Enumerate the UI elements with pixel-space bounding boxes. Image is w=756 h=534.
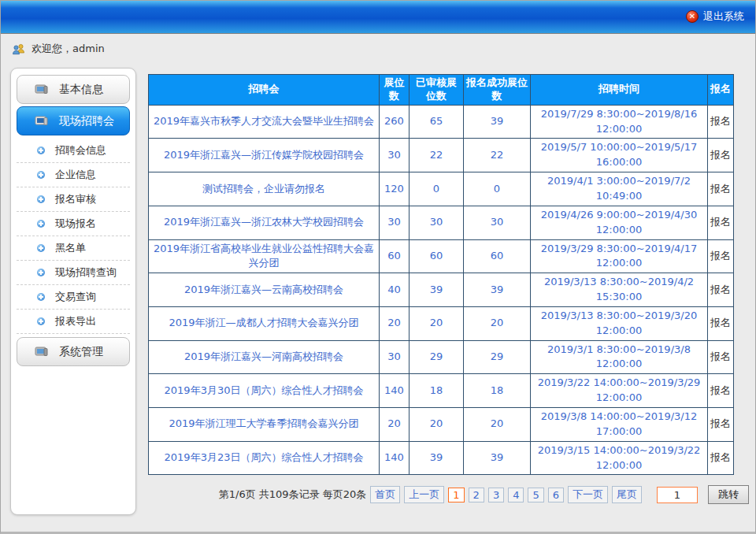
- welcome-bar: 欢迎您，admin: [12, 42, 105, 56]
- sidebar-item-signup-review[interactable]: 报名审核: [17, 187, 130, 212]
- next-page-button[interactable]: 下一页: [568, 486, 608, 503]
- fair-name-link[interactable]: 2019年3月30日（周六）综合性人才招聘会: [149, 374, 380, 408]
- sidebar-item-label: 报表导出: [55, 314, 96, 328]
- table-header-row: 招聘会 展位数 已审核展位数 报名成功展位数 招聘时间 报名: [149, 75, 734, 106]
- booth-count: 30: [380, 340, 410, 374]
- signup-link[interactable]: 报名: [708, 407, 734, 441]
- booth-count: 140: [380, 374, 410, 408]
- fair-time: 2019/3/15 14:00:00~2019/3/22 12:00:00: [531, 441, 708, 475]
- sidebar-group-onsite-fair[interactable]: 现场招聘会: [17, 106, 130, 135]
- fair-name-link[interactable]: 2019年浙江理工大学春季招聘会嘉兴分团: [149, 407, 380, 441]
- success-count: 30: [464, 206, 531, 239]
- sidebar-group-basic-info[interactable]: 基本信息: [17, 75, 130, 104]
- signup-link[interactable]: 报名: [708, 273, 734, 307]
- monitor-icon: [35, 84, 48, 95]
- success-count: 20: [464, 306, 531, 340]
- plus-bullet-icon: [37, 195, 45, 203]
- reviewed-count: 22: [410, 139, 464, 172]
- close-circle-icon: ✕: [686, 10, 699, 23]
- fair-name-link[interactable]: 2019年浙江省高校毕业生就业公益性招聘大会嘉兴分团: [149, 239, 380, 273]
- booth-count: 30: [380, 139, 410, 172]
- success-count: 0: [464, 172, 531, 206]
- table-row: 2019年浙江省高校毕业生就业公益性招聘大会嘉兴分团 60 60 60 2019…: [149, 239, 734, 273]
- signup-link[interactable]: 报名: [708, 306, 734, 340]
- booth-count: 120: [380, 172, 410, 206]
- plus-bullet-icon: [37, 317, 45, 325]
- reviewed-count: 60: [410, 239, 464, 273]
- success-count: 20: [464, 407, 531, 441]
- plus-bullet-icon: [37, 293, 45, 301]
- fair-name-link[interactable]: 2019年嘉兴市秋季人才交流大会暨毕业生招聘会: [149, 105, 380, 139]
- booth-count: 40: [380, 273, 410, 307]
- reviewed-count: 20: [410, 407, 464, 441]
- signup-link[interactable]: 报名: [708, 105, 734, 139]
- reviewed-count: 65: [410, 105, 464, 139]
- page-button-6[interactable]: 6: [548, 488, 564, 502]
- last-page-button[interactable]: 尾页: [612, 486, 642, 503]
- sidebar-item-report-export[interactable]: 报表导出: [17, 310, 130, 334]
- fair-time: 2019/3/29 8:30:00~2019/4/17 12:00:00: [531, 239, 708, 273]
- fair-name-link[interactable]: 2019年浙江嘉兴—浙江农林大学校园招聘会: [149, 206, 380, 239]
- fair-name-link[interactable]: 2019年浙江—成都人才招聘大会嘉兴分团: [149, 306, 380, 340]
- sidebar-item-label: 报名审核: [55, 192, 96, 206]
- fair-time: 2019/3/13 8:30:00~2019/3/20 12:00:00: [531, 306, 708, 340]
- monitor-icon: [35, 347, 48, 358]
- reviewed-count: 39: [410, 441, 464, 475]
- page-button-2[interactable]: 2: [469, 488, 484, 502]
- table-row: 2019年浙江—成都人才招聘大会嘉兴分团 20 20 20 2019/3/13 …: [149, 306, 734, 340]
- sidebar-item-label: 黑名单: [55, 241, 86, 255]
- sidebar-item-blacklist[interactable]: 黑名单: [17, 236, 130, 261]
- booth-count: 140: [380, 441, 410, 475]
- pagination-bar: 第1/6页 共109条记录 每页20条 首页 上一页 1 2 3 4 5 6 下…: [148, 485, 749, 504]
- sidebar-group-label: 基本信息: [59, 83, 103, 97]
- fair-name-link[interactable]: 2019年浙江嘉兴—云南高校招聘会: [149, 273, 380, 307]
- fair-name-link[interactable]: 测试招聘会，企业请勿报名: [149, 172, 380, 206]
- page-button-1[interactable]: 1: [448, 488, 464, 502]
- signup-link[interactable]: 报名: [708, 239, 734, 273]
- top-banner: ✕ 退出系统: [1, 1, 755, 34]
- table-row: 测试招聘会，企业请勿报名 120 0 0 2019/4/1 3:00:00~20…: [149, 172, 734, 206]
- first-page-button[interactable]: 首页: [370, 486, 400, 503]
- fair-time: 2019/3/1 8:30:00~2019/3/8 12:00:00: [531, 340, 708, 374]
- welcome-text: 欢迎您，admin: [32, 42, 105, 56]
- sidebar-item-label: 交易查询: [55, 290, 96, 304]
- sidebar-item-fair-info[interactable]: 招聘会信息: [17, 139, 130, 163]
- fair-name-link[interactable]: 2019年浙江嘉兴—浙江传媒学院校园招聘会: [149, 139, 380, 172]
- success-count: 60: [464, 239, 531, 273]
- jump-button[interactable]: 跳转: [708, 485, 749, 504]
- sidebar-item-label: 企业信息: [55, 168, 96, 182]
- fair-name-link[interactable]: 2019年浙江嘉兴—河南高校招聘会: [149, 340, 380, 374]
- page-button-5[interactable]: 5: [528, 488, 543, 502]
- success-count: 18: [464, 374, 531, 408]
- fair-name-link[interactable]: 2019年3月23日（周六）综合性人才招聘会: [149, 441, 380, 475]
- prev-page-button[interactable]: 上一页: [404, 486, 444, 503]
- sidebar-item-onsite-query[interactable]: 现场招聘查询: [17, 261, 130, 285]
- fair-time: 2019/5/7 10:00:00~2019/5/17 16:00:00: [531, 139, 708, 172]
- signup-link[interactable]: 报名: [708, 340, 734, 374]
- sidebar-group-system-mgmt[interactable]: 系统管理: [17, 337, 130, 366]
- fair-time: 2019/3/8 14:00:00~2019/3/12 17:00:00: [531, 407, 708, 441]
- main-content: 招聘会 展位数 已审核展位数 报名成功展位数 招聘时间 报名 2019年嘉兴市秋…: [148, 74, 749, 504]
- table-row: 2019年嘉兴市秋季人才交流大会暨毕业生招聘会 260 65 39 2019/7…: [149, 105, 734, 139]
- success-count: 22: [464, 139, 531, 172]
- table-row: 2019年浙江理工大学春季招聘会嘉兴分团 20 20 20 2019/3/8 1…: [149, 407, 734, 441]
- table-row: 2019年浙江嘉兴—浙江传媒学院校园招聘会 30 22 22 2019/5/7 …: [149, 139, 734, 172]
- page-button-4[interactable]: 4: [508, 488, 524, 502]
- signup-link[interactable]: 报名: [708, 374, 734, 408]
- sidebar-item-transaction-query[interactable]: 交易查询: [17, 285, 130, 310]
- signup-link[interactable]: 报名: [708, 441, 734, 475]
- sidebar-item-company-info[interactable]: 企业信息: [17, 163, 130, 187]
- logout-button[interactable]: ✕ 退出系统: [686, 9, 744, 24]
- users-icon: [12, 43, 26, 55]
- fair-time: 2019/4/26 9:00:00~2019/4/30 12:00:00: [531, 206, 708, 239]
- signup-link[interactable]: 报名: [708, 139, 734, 172]
- signup-link[interactable]: 报名: [708, 172, 734, 206]
- table-row: 2019年3月30日（周六）综合性人才招聘会 140 18 18 2019/3/…: [149, 374, 734, 408]
- signup-link[interactable]: 报名: [708, 206, 734, 239]
- monitor-icon: [35, 116, 48, 127]
- table-row: 2019年浙江嘉兴—河南高校招聘会 30 29 29 2019/3/1 8:30…: [149, 340, 734, 374]
- sidebar-item-onsite-signup[interactable]: 现场报名: [17, 212, 130, 236]
- sidebar-item-label: 招聘会信息: [55, 143, 106, 158]
- page-button-3[interactable]: 3: [488, 488, 504, 502]
- jump-page-input[interactable]: [657, 487, 698, 503]
